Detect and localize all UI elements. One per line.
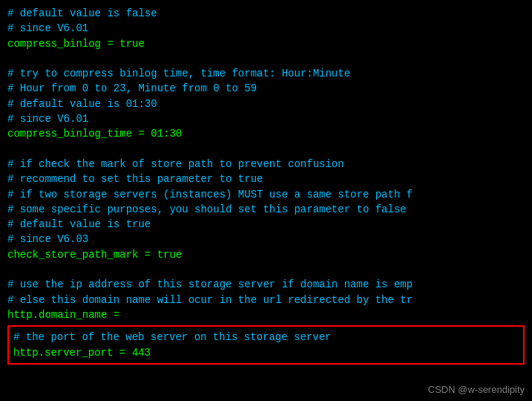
line-14: # since V6.03 xyxy=(7,232,525,247)
line-8: compress_binlog_time = 01:30 xyxy=(7,126,525,141)
line-2: # since V6.01 xyxy=(7,21,525,36)
blank-2 xyxy=(7,142,525,157)
line-3: compress_binlog = true xyxy=(7,36,525,51)
highlighted-comment: # the port of the web server on this sto… xyxy=(13,330,519,345)
line-12: # some specific purposes, you should set… xyxy=(7,202,525,217)
line-17: # else this domain name will ocur in the… xyxy=(7,293,525,307)
line-7: # since V6.01 xyxy=(7,111,525,126)
blank-1 xyxy=(7,51,525,66)
line-18: http.domain_name = xyxy=(7,307,525,322)
line-15: check_store_path_mark = true xyxy=(7,247,525,262)
line-13: # default value is true xyxy=(7,217,525,232)
watermark: CSDN @w-serendipity xyxy=(428,384,525,395)
blank-3 xyxy=(7,262,525,277)
code-block: # default value is false # since V6.01 c… xyxy=(7,6,525,365)
highlighted-section: # the port of the web server on this sto… xyxy=(7,325,525,365)
line-1: # default value is false xyxy=(7,6,525,21)
highlighted-code: http.server_port = 443 xyxy=(13,345,519,360)
line-9: # if check the mark of store path to pre… xyxy=(7,157,525,172)
line-10: # recommend to set this parameter to tru… xyxy=(7,172,525,186)
line-4: # try to compress binlog time, time form… xyxy=(7,66,525,81)
line-16: # use the ip address of this storage ser… xyxy=(7,277,525,292)
line-6: # default value is 01:30 xyxy=(7,97,525,111)
terminal-window: # default value is false # since V6.01 c… xyxy=(0,0,532,401)
line-11: # if two storage servers (instances) MUS… xyxy=(7,187,525,202)
line-5: # Hour from 0 to 23, Minute from 0 to 59 xyxy=(7,81,525,96)
